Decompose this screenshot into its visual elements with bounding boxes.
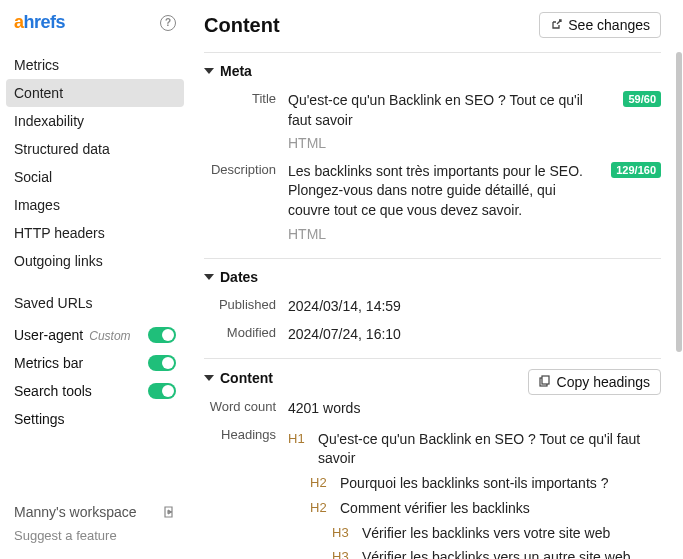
nav-structured-data[interactable]: Structured data [6, 135, 184, 163]
sidebar-header: ahrefs ? [0, 0, 190, 47]
nav-content[interactable]: Content [6, 79, 184, 107]
heading-h2: H2 Comment vérifier les backlinks [288, 496, 661, 521]
h2-text: Pourquoi les backlinks sont-ils importan… [340, 474, 608, 493]
nav-outgoing-links[interactable]: Outgoing links [6, 247, 184, 275]
wordcount-label: Word count [204, 399, 276, 414]
published-label: Published [204, 297, 276, 312]
h3-text: Vérifier les backlinks vers un autre sit… [362, 548, 630, 559]
headings-tree: H1 Qu'est-ce qu'un Backlink en SEO ? Tou… [288, 427, 661, 559]
nav-metrics[interactable]: Metrics [6, 51, 184, 79]
meta-desc-value: Les backlinks sont très importants pour … [288, 162, 591, 221]
nav: Metrics Content Indexability Structured … [0, 47, 190, 321]
meta-title-badge: 59/60 [623, 91, 661, 107]
main-header: Content See changes [204, 12, 661, 38]
search-tools-row: Search tools [6, 377, 184, 405]
metrics-bar-row: Metrics bar [6, 349, 184, 377]
svg-rect-1 [542, 376, 549, 384]
section-dates: Dates Published 2024/03/14, 14:59 Modifi… [204, 258, 661, 358]
content-header[interactable]: Content [204, 370, 273, 386]
dates-label: Dates [220, 269, 258, 285]
nav-http-headers[interactable]: HTTP headers [6, 219, 184, 247]
workspace-label: Manny's workspace [14, 504, 137, 520]
published-row: Published 2024/03/14, 14:59 [204, 293, 661, 321]
heading-h3: H3 Vérifier les backlinks vers votre sit… [288, 521, 661, 546]
meta-desc-source: HTML [288, 225, 591, 245]
headings-row: Headings H1 Qu'est-ce qu'un Backlink en … [204, 423, 661, 559]
settings-label: Settings [14, 411, 65, 427]
chevron-down-icon [204, 375, 214, 381]
user-agent-custom: Custom [89, 329, 130, 343]
user-agent-label: User-agent [14, 327, 83, 343]
logo-a: a [14, 12, 24, 32]
search-tools-label: Search tools [14, 383, 92, 399]
heading-h2: H2 Pourquoi les backlinks sont-ils impor… [288, 471, 661, 496]
meta-label: Meta [220, 63, 252, 79]
h1-tag: H1 [288, 430, 310, 448]
modified-row: Modified 2024/07/24, 16:10 [204, 321, 661, 349]
nav-indexability[interactable]: Indexability [6, 107, 184, 135]
scrollbar-thumb[interactable] [676, 52, 682, 352]
settings-row[interactable]: Settings [6, 405, 184, 433]
h2-tag: H2 [310, 474, 332, 492]
copy-headings-button[interactable]: Copy headings [528, 369, 661, 395]
published-value: 2024/03/14, 14:59 [288, 297, 661, 317]
section-content: Content Copy headings Word count 4201 wo… [204, 358, 661, 559]
meta-desc-badge: 129/160 [611, 162, 661, 178]
external-link-icon [550, 19, 562, 31]
meta-desc-row: Description Les backlinks sont très impo… [204, 158, 661, 248]
sidebar-footer: Manny's workspace Suggest a feature [0, 494, 190, 559]
suggest-feature-link[interactable]: Suggest a feature [14, 524, 176, 547]
metrics-bar-label: Metrics bar [14, 355, 83, 371]
main-panel: Content See changes Meta Title Qu'est-ce… [190, 0, 675, 559]
see-changes-label: See changes [568, 17, 650, 33]
chevron-down-icon [204, 274, 214, 280]
meta-title-row: Title Qu'est-ce qu'un Backlink en SEO ? … [204, 87, 661, 158]
h3-tag: H3 [332, 548, 354, 559]
user-agent-toggle[interactable] [148, 327, 176, 343]
h3-text: Vérifier les backlinks vers votre site w… [362, 524, 610, 543]
nav-saved-urls[interactable]: Saved URLs [6, 289, 184, 317]
meta-desc-label: Description [204, 162, 276, 177]
h2-text: Comment vérifier les backlinks [340, 499, 530, 518]
heading-h3: H3 Vérifier les backlinks vers un autre … [288, 545, 661, 559]
wordcount-value: 4201 words [288, 399, 661, 419]
metrics-bar-toggle[interactable] [148, 355, 176, 371]
page-title: Content [204, 14, 280, 37]
see-changes-button[interactable]: See changes [539, 12, 661, 38]
modified-label: Modified [204, 325, 276, 340]
h1-text: Qu'est-ce qu'un Backlink en SEO ? Tout c… [318, 430, 661, 468]
nav-images[interactable]: Images [6, 191, 184, 219]
wordcount-row: Word count 4201 words [204, 395, 661, 423]
copy-icon [539, 374, 551, 390]
copy-headings-label: Copy headings [557, 374, 650, 390]
content-label: Content [220, 370, 273, 386]
help-icon[interactable]: ? [160, 15, 176, 31]
meta-title-value: Qu'est-ce qu'un Backlink en SEO ? Tout c… [288, 91, 603, 130]
search-tools-toggle[interactable] [148, 383, 176, 399]
dates-header[interactable]: Dates [204, 269, 661, 285]
chevron-down-icon [204, 68, 214, 74]
heading-h1: H1 Qu'est-ce qu'un Backlink en SEO ? Tou… [288, 427, 661, 471]
logo-rest: hrefs [24, 12, 66, 32]
h3-tag: H3 [332, 524, 354, 542]
user-agent-row: User-agent Custom [6, 321, 184, 349]
meta-title-source: HTML [288, 134, 603, 154]
h2-tag: H2 [310, 499, 332, 517]
workspace-row[interactable]: Manny's workspace [14, 500, 176, 524]
logo: ahrefs [14, 12, 65, 33]
meta-title-label: Title [204, 91, 276, 106]
nav-social[interactable]: Social [6, 163, 184, 191]
section-meta: Meta Title Qu'est-ce qu'un Backlink en S… [204, 52, 661, 258]
workspace-arrow-icon [162, 505, 176, 519]
scrollbar[interactable] [675, 0, 683, 559]
meta-header[interactable]: Meta [204, 63, 661, 79]
sidebar: ahrefs ? Metrics Content Indexability St… [0, 0, 190, 559]
modified-value: 2024/07/24, 16:10 [288, 325, 661, 345]
sidebar-settings: User-agent Custom Metrics bar Search too… [0, 321, 190, 433]
headings-label: Headings [204, 427, 276, 442]
